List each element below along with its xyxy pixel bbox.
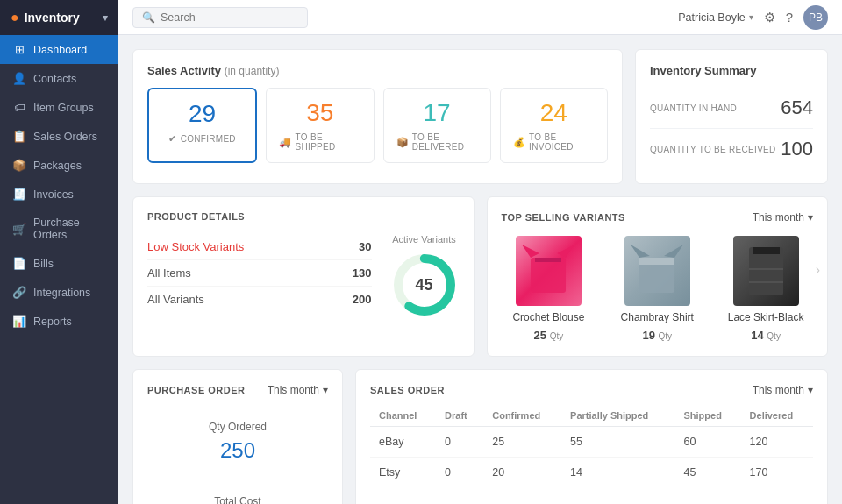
- top-selling-header: TOP SELLING VARIANTS This month ▾: [502, 211, 814, 224]
- inventory-row-0: QUANTITY IN HAND 654: [650, 88, 813, 129]
- po-stat-value-0: 250: [220, 438, 255, 463]
- bottom-section: PURCHASE ORDER This month ▾ Qty Ordered …: [132, 369, 828, 504]
- user-menu[interactable]: Patricia Boyle ▾: [678, 11, 753, 24]
- sidebar-item-bills[interactable]: 📄 Bills: [0, 249, 118, 278]
- pd-label-2: All Variants: [147, 293, 204, 306]
- purchase-order-stats: Qty Ordered 250Total Cost $12574.00: [147, 405, 328, 504]
- qty-label-1: Qty: [659, 331, 673, 341]
- pd-row-2: All Variants 200: [147, 287, 372, 312]
- product-name-2: Lace Skirt-Black: [728, 311, 804, 323]
- sidebar-item-integrations[interactable]: 🔗 Integrations: [0, 278, 118, 307]
- so-table-head: ChannelDraftConfirmedPartially ShippedSh…: [370, 405, 813, 427]
- product-qty-0: 25 Qty: [534, 329, 564, 342]
- bills-icon: 📄: [12, 257, 26, 270]
- svg-marker-7: [631, 245, 650, 258]
- product-name-0: Crochet Blouse: [512, 311, 584, 323]
- to-be-delivered-icon: 📦: [396, 137, 409, 148]
- sidebar-item-packages[interactable]: 📦 Packages: [0, 151, 118, 180]
- to-be-invoiced-label-text: TO BE INVOICED: [529, 132, 595, 152]
- so-cell-1-4: 45: [674, 458, 740, 488]
- to-be-invoiced-label: 💰 TO BE INVOICED: [513, 132, 595, 152]
- main-area: 🔍 Patricia Boyle ▾ ⚙ ? PB Sales Activity…: [118, 0, 842, 504]
- po-filter-caret: ▾: [323, 384, 328, 396]
- sidebar-item-purchase-orders[interactable]: 🛒 Purchase Orders: [0, 209, 118, 249]
- sidebar-item-dashboard[interactable]: ⊞ Dashboard: [0, 35, 118, 64]
- purchase-order-title: PURCHASE ORDER: [147, 385, 246, 395]
- po-stat-label-1: Total Cost: [214, 495, 260, 504]
- top-selling-filter[interactable]: This month ▾: [753, 211, 813, 224]
- so-col-1: Draft: [436, 405, 483, 427]
- inventory-summary-title: Inventory Summary: [650, 64, 813, 77]
- purchase-order-header: PURCHASE ORDER This month ▾: [147, 384, 328, 396]
- po-stat-label-0: Qty Ordered: [209, 421, 267, 433]
- settings-icon[interactable]: ⚙: [764, 10, 775, 25]
- help-icon[interactable]: ?: [786, 10, 793, 25]
- topbar-right: Patricia Boyle ▾ ⚙ ? PB: [678, 5, 828, 30]
- sidebar-item-contacts[interactable]: 👤 Contacts: [0, 64, 118, 93]
- so-cell-0-4: 60: [674, 427, 740, 458]
- inv-label-0: QUANTITY IN HAND: [650, 103, 737, 113]
- activity-card-to-be-shipped[interactable]: 35 🚚 TO BE SHIPPED: [266, 88, 374, 163]
- search-input[interactable]: [161, 11, 292, 24]
- pd-label-0[interactable]: Low Stock Variants: [147, 240, 244, 253]
- dashboard-label: Dashboard: [33, 44, 87, 56]
- ts-product-2[interactable]: Lace Skirt-Black 14 Qty: [718, 236, 813, 342]
- to-be-shipped-label-text: TO BE SHIPPED: [296, 132, 361, 152]
- app-name: Inventory: [25, 11, 80, 25]
- svg-rect-11: [753, 247, 780, 254]
- po-stat-0: Qty Ordered 250: [147, 405, 328, 479]
- item-groups-label: Item Groups: [33, 102, 94, 114]
- purchase-order-filter[interactable]: This month ▾: [268, 384, 328, 396]
- activity-card-to-be-delivered[interactable]: 17 📦 TO BE DELIVERED: [383, 88, 491, 163]
- ts-next-icon[interactable]: ›: [816, 262, 820, 278]
- so-filter-label: This month: [753, 384, 804, 396]
- so-cell-1-1: 0: [436, 458, 483, 488]
- top-selling-panel: TOP SELLING VARIANTS This month ▾ Croche…: [487, 196, 829, 357]
- svg-rect-9: [639, 258, 674, 265]
- user-name-label: Patricia Boyle: [678, 11, 745, 24]
- logo-caret[interactable]: ▾: [103, 12, 108, 24]
- app-logo: ● Inventory ▾: [0, 0, 118, 35]
- donut-chart: 45: [389, 250, 460, 320]
- purchase-orders-icon: 🛒: [12, 223, 26, 236]
- so-cell-0-2: 25: [483, 427, 561, 458]
- avatar[interactable]: PB: [803, 5, 828, 30]
- so-cell-1-0: Etsy: [370, 458, 436, 488]
- product-qty-2: 14 Qty: [751, 329, 781, 342]
- table-row: eBay0255560120: [370, 427, 813, 458]
- svg-marker-8: [664, 245, 683, 258]
- sales-activity-subtitle: (in quantity): [225, 65, 280, 77]
- activity-card-confirmed[interactable]: 29 ✔ CONFIRMED: [147, 88, 257, 163]
- sales-order-panel: SALES ORDER This month ▾ ChannelDraftCon…: [355, 369, 828, 504]
- top-section: Sales Activity (in quantity) 29 ✔ CONFIR…: [132, 49, 828, 184]
- sidebar-item-invoices[interactable]: 🧾 Invoices: [0, 180, 118, 209]
- product-img-1: [624, 236, 690, 306]
- so-cell-1-3: 14: [561, 458, 674, 488]
- table-row: Etsy0201445170: [370, 458, 813, 488]
- sidebar-item-item-groups[interactable]: 🏷 Item Groups: [0, 93, 118, 122]
- qty-label-0: Qty: [550, 331, 564, 341]
- so-col-0: Channel: [370, 405, 436, 427]
- sidebar-item-sales-orders[interactable]: 📋 Sales Orders: [0, 122, 118, 151]
- so-col-3: Partially Shipped: [561, 405, 674, 427]
- sales-order-filter[interactable]: This month ▾: [753, 384, 813, 396]
- top-selling-products: Crochet Blouse 25 Qty Chambray Shirt 19 …: [502, 236, 814, 342]
- pd-val-2: 200: [353, 293, 372, 306]
- pd-label-1: All Items: [147, 266, 191, 280]
- top-selling-filter-caret: ▾: [808, 211, 813, 224]
- reports-label: Reports: [33, 316, 72, 328]
- mid-section: PRODUCT DETAILS Low Stock Variants 30All…: [132, 196, 828, 357]
- sidebar-item-reports[interactable]: 📊 Reports: [0, 307, 118, 336]
- ts-product-0[interactable]: Crochet Blouse 25 Qty: [502, 236, 596, 342]
- search-box[interactable]: 🔍: [132, 7, 308, 28]
- topbar: 🔍 Patricia Boyle ▾ ⚙ ? PB: [118, 0, 842, 35]
- so-cell-0-5: 120: [741, 427, 813, 458]
- activity-card-to-be-invoiced[interactable]: 24 💰 TO BE INVOICED: [500, 88, 608, 163]
- sales-order-header: SALES ORDER This month ▾: [370, 384, 813, 396]
- inventory-summary-panel: Inventory Summary QUANTITY IN HAND 654QU…: [635, 49, 828, 184]
- so-filter-caret: ▾: [808, 384, 813, 396]
- svg-rect-5: [535, 258, 561, 262]
- bills-label: Bills: [33, 258, 54, 270]
- ts-product-1[interactable]: Chambray Shirt 19 Qty: [610, 236, 704, 342]
- product-details-panel: PRODUCT DETAILS Low Stock Variants 30All…: [132, 196, 475, 357]
